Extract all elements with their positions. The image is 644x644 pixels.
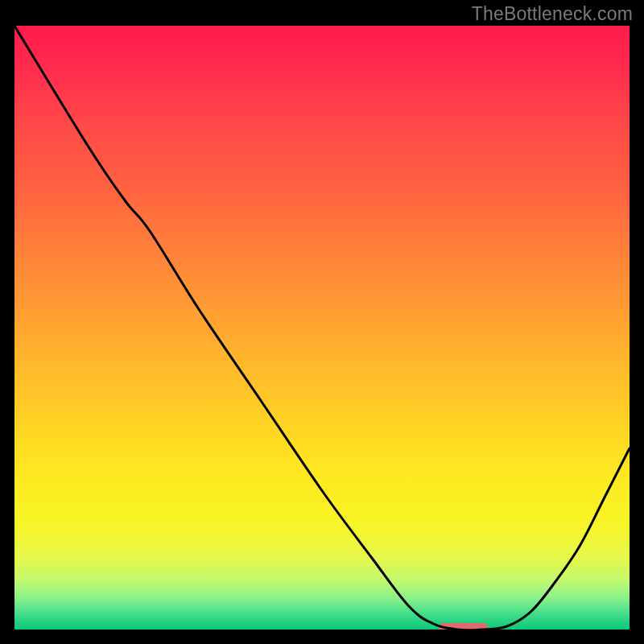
- watermark-text: TheBottleneck.com: [472, 3, 633, 25]
- chart-container: TheBottleneck.com: [0, 0, 644, 644]
- bottleneck-curve: [14, 26, 630, 630]
- chart-svg: [14, 26, 630, 630]
- plot-area: [14, 26, 630, 630]
